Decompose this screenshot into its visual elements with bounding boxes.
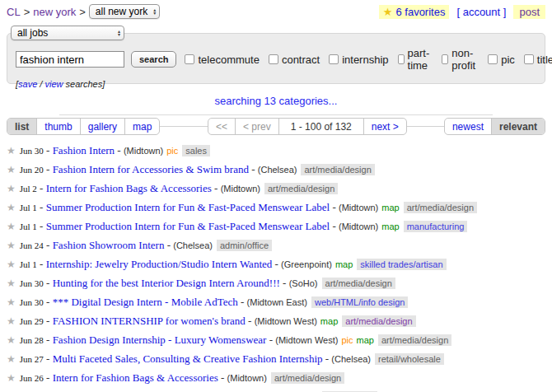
separator: - (246, 315, 255, 327)
listing-title-link[interactable]: Summer Production Intern for Fun & Fast-… (46, 201, 330, 213)
map-flag-link[interactable]: map (381, 203, 399, 212)
page-next-button[interactable]: next > (363, 119, 406, 134)
map-flag-link[interactable]: map (357, 335, 374, 345)
view-mode-map[interactable]: map (124, 119, 159, 134)
favorite-star-icon[interactable]: ★ (7, 240, 16, 251)
account-link[interactable]: [ account ] (456, 6, 506, 18)
city-link[interactable]: new york (33, 6, 76, 18)
listing-category-link[interactable]: art/media/design (264, 183, 338, 194)
listing-row: ★Jun 29 - FASHION INTERNSHIP for women's… (7, 311, 545, 330)
listing-date: Jul 1 (20, 259, 37, 269)
favorite-star-icon[interactable]: ★ (7, 315, 16, 327)
listing-category-link[interactable]: art/media/design (271, 372, 344, 384)
listing-category-link[interactable]: art/media/design (322, 278, 395, 289)
listing-category-link[interactable]: art/media/design (378, 334, 451, 346)
favorites-link[interactable]: 6 favorites (395, 6, 445, 18)
site-link[interactable]: CL (7, 6, 21, 18)
favorite-star-icon[interactable]: ★ (7, 221, 16, 232)
select-stepper-icon: ▴▾ (118, 30, 120, 36)
listing-title-link[interactable]: Summer Production Intern for Fun & Fast-… (46, 220, 330, 232)
area-select[interactable]: all new york ▴▾ (89, 4, 160, 19)
listings: ★Jun 30 - Fashion Intern - (Midtown)pics… (0, 141, 552, 392)
favorite-star-icon[interactable]: ★ (7, 334, 16, 346)
filter-pic[interactable]: pic (488, 54, 515, 66)
listing-category-link[interactable]: art/media/design (404, 202, 477, 213)
favorite-star-icon[interactable]: ★ (7, 278, 16, 289)
checkbox-icon[interactable] (185, 54, 194, 64)
separator: - (44, 334, 53, 346)
page-prev-button[interactable]: < prev (235, 119, 278, 134)
sort-newest-button[interactable]: newest (445, 119, 491, 134)
save-search-link[interactable]: save (18, 79, 37, 89)
listing-title-link[interactable]: Internship: Jewelry Production/Studio In… (46, 258, 273, 270)
listing-category-link[interactable]: admin/office (217, 240, 272, 251)
listing-category-link[interactable]: art/media/design (342, 315, 415, 327)
listing-title-link[interactable]: Intern for Fashion Bags & Accessories (53, 371, 218, 384)
favorite-star-icon[interactable]: ★ (7, 259, 16, 270)
page-range-label: 1 - 100 of 132 (278, 119, 363, 134)
listing-category-link[interactable]: skilled trades/artisan (357, 259, 446, 270)
search-button[interactable]: search (131, 51, 176, 68)
listing-category-link[interactable]: retail/wholesale (375, 353, 444, 365)
favorite-star-icon[interactable]: ★ (7, 164, 16, 175)
favorite-star-icon[interactable]: ★ (7, 202, 16, 213)
listing-title-link[interactable]: Intern for Fashion Bags & Accessories (46, 182, 212, 194)
sort-relevant-button[interactable]: relevant (491, 119, 545, 134)
checkbox-icon[interactable] (329, 54, 339, 64)
view-mode-list[interactable]: list (7, 119, 36, 134)
filter-non-profit[interactable]: non-profit (442, 47, 479, 72)
checkbox-icon[interactable] (442, 54, 448, 64)
search-panel: all jobs ▴▾ search telecommute contract … (7, 33, 545, 84)
map-flag-link[interactable]: map (320, 316, 338, 326)
listing-category-link[interactable]: web/HTML/info design (311, 296, 408, 308)
checkbox-icon[interactable] (488, 54, 498, 64)
search-input[interactable] (16, 51, 124, 68)
separator: - (44, 277, 53, 289)
filter-telecommute[interactable]: telecommute (185, 54, 259, 66)
separator: - (44, 352, 53, 365)
view-mode-thumb[interactable]: thumb (36, 119, 79, 134)
checkbox-icon[interactable] (398, 54, 405, 64)
map-flag-link[interactable]: map (381, 222, 399, 231)
listing-location: (Midtown East) (247, 297, 307, 307)
listing-title-link[interactable]: Hunting for the best Interior Design Int… (53, 277, 280, 289)
favorite-star-icon[interactable]: ★ (7, 183, 16, 194)
listing-category-link[interactable]: art/media/design (301, 164, 374, 175)
listing-row: ★Jun 30 - Fashion Intern - (Midtown)pics… (7, 141, 545, 160)
filter-internship[interactable]: internship (329, 54, 388, 66)
filter-title[interactable]: title (524, 54, 552, 66)
favorite-star-icon[interactable]: ★ (7, 145, 16, 156)
favorite-star-icon[interactable]: ★ (7, 296, 16, 308)
listing-title-link[interactable]: Multi Faceted Sales, Consulting & Creati… (53, 352, 323, 365)
view-searches-link[interactable]: view (44, 79, 63, 89)
checkbox-icon[interactable] (524, 54, 534, 64)
separator: - (272, 258, 281, 270)
separator: - (238, 296, 247, 308)
listing-location: (Midtown West) (275, 335, 338, 345)
filter-contract[interactable]: contract (269, 54, 320, 66)
category-select[interactable]: all jobs ▴▾ (11, 26, 124, 40)
listing-title-link[interactable]: Fashion Design Internship - Luxury Women… (53, 334, 267, 346)
listing-title-link[interactable]: FASHION INTERNSHIP for women's brand (53, 315, 246, 327)
listing-category-link[interactable]: manufacturing (404, 221, 468, 232)
listing-date: Jul 1 (20, 203, 37, 212)
separator: - (37, 182, 46, 194)
listing-title-link[interactable]: Fashion Showroom Intern (53, 239, 165, 251)
listing-row: ★Jun 20 - Fashion Intern for Accessories… (7, 160, 545, 179)
listing-category-link[interactable]: sales (182, 145, 210, 156)
separator: - (115, 144, 124, 156)
filter-part-time[interactable]: part-time (398, 47, 433, 72)
listing-title-link[interactable]: Fashion Intern for Accessories & Swim br… (53, 163, 249, 175)
map-flag-link[interactable]: map (335, 259, 353, 269)
checkbox-icon[interactable] (269, 54, 278, 64)
post-link[interactable]: post (519, 6, 540, 18)
view-mode-gallery[interactable]: gallery (80, 119, 124, 134)
listing-title-link[interactable]: Fashion Intern (53, 144, 115, 156)
favorite-star-icon[interactable]: ★ (7, 353, 16, 365)
listing-title-link[interactable]: *** Digital Design Intern - Mobile AdTec… (53, 296, 238, 308)
page-first-button[interactable]: << (208, 119, 235, 134)
listing-row: ★Jul 1 - Summer Production Intern for Fu… (7, 217, 545, 236)
separator: - (37, 258, 46, 270)
header-right: ★ 6 favorites [ account ] post (379, 5, 545, 19)
favorite-star-icon[interactable]: ★ (7, 372, 16, 384)
